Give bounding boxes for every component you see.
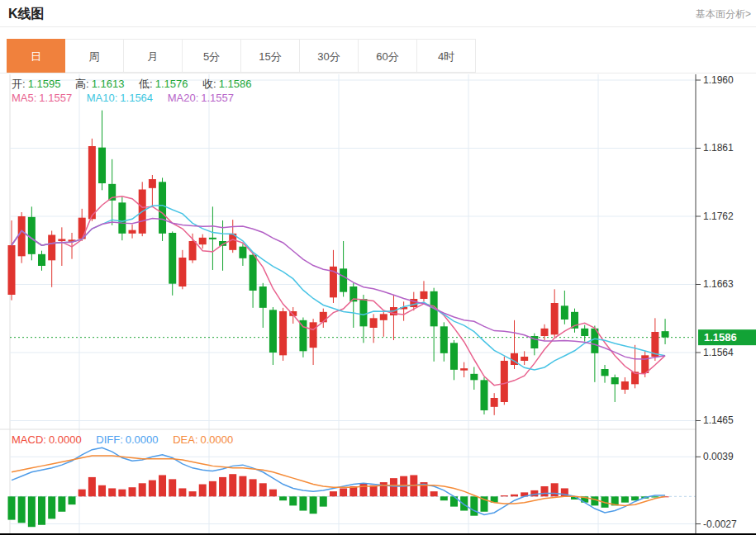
low-value: 1.1576 bbox=[155, 78, 188, 90]
svg-text:1.1465: 1.1465 bbox=[703, 414, 734, 426]
tab-60分[interactable]: 60分 bbox=[359, 39, 417, 73]
svg-text:-0.0027: -0.0027 bbox=[703, 518, 737, 530]
dea-value: 0.0000 bbox=[201, 433, 234, 446]
macd-value: 0.0000 bbox=[49, 433, 82, 446]
svg-text:1.1564: 1.1564 bbox=[703, 347, 734, 358]
ma5-label: MA5: bbox=[12, 92, 36, 104]
dea-label: DEA: bbox=[173, 433, 197, 446]
svg-text:1.1663: 1.1663 bbox=[703, 278, 734, 290]
tab-30分[interactable]: 30分 bbox=[300, 39, 359, 73]
svg-text:1.1960: 1.1960 bbox=[703, 74, 734, 86]
tab-月[interactable]: 月 bbox=[124, 39, 183, 73]
tab-5分[interactable]: 5分 bbox=[183, 39, 241, 73]
ohlc-legend: 开:1.1595 高:1.1613 低:1.1576 收:1.1586 bbox=[12, 77, 254, 92]
high-label: 高: bbox=[75, 78, 89, 90]
low-label: 低: bbox=[139, 78, 153, 90]
period-tabs: 日周月5分15分30分60分4时 bbox=[7, 39, 476, 73]
close-value: 1.1586 bbox=[219, 78, 252, 90]
price-axis: 1.19601.18611.17621.16631.15641.14650.00… bbox=[696, 74, 737, 533]
open-label: 开: bbox=[12, 78, 26, 90]
tab-周[interactable]: 周 bbox=[65, 39, 124, 73]
tab-日[interactable]: 日 bbox=[7, 39, 65, 73]
macd-legend: MACD:0.0000 DIFF:0.0000 DEA:0.0000 bbox=[12, 433, 235, 446]
high-value: 1.1613 bbox=[92, 78, 125, 90]
tab-15分[interactable]: 15分 bbox=[241, 39, 300, 73]
close-label: 收: bbox=[202, 78, 216, 90]
tab-4时[interactable]: 4时 bbox=[417, 39, 476, 73]
open-value: 1.1595 bbox=[28, 78, 61, 90]
svg-text:1.1861: 1.1861 bbox=[703, 142, 734, 154]
macd-label: MACD: bbox=[12, 433, 46, 446]
diff-label: DIFF: bbox=[96, 433, 123, 446]
ma5-value: 1.1557 bbox=[39, 92, 72, 104]
svg-text:0.0039: 0.0039 bbox=[703, 451, 734, 462]
current-price-tag: 1.1586 bbox=[698, 329, 756, 345]
svg-text:1.1762: 1.1762 bbox=[703, 211, 734, 222]
ma-legend: MA5:1.1557 MA10:1.1564 MA20:1.1557 bbox=[12, 92, 236, 104]
macd-layer bbox=[8, 447, 697, 527]
ma10-value: 1.1564 bbox=[120, 92, 153, 104]
diff-value: 0.0000 bbox=[126, 433, 159, 446]
ma20-label: MA20: bbox=[168, 92, 199, 104]
ma20-value: 1.1557 bbox=[201, 92, 234, 104]
ma10-label: MA10: bbox=[87, 92, 118, 104]
svg-text:1.1586: 1.1586 bbox=[704, 331, 737, 343]
